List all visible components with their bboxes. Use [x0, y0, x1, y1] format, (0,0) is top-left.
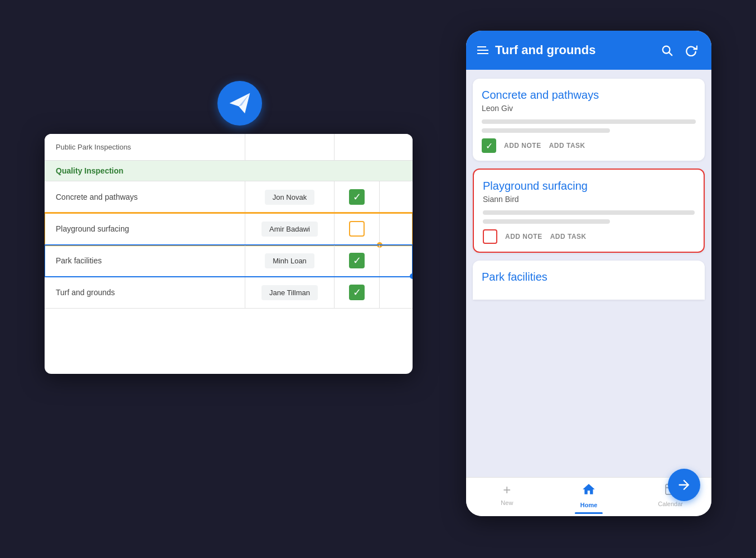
cell-row4-check[interactable]: ✓ [335, 277, 379, 308]
cell-row1-name: Concrete and pathways [45, 181, 245, 213]
cell-row3-person: Minh Loan [245, 245, 335, 276]
nav-new-icon: + [503, 482, 511, 498]
card-line-2 [482, 128, 610, 133]
nav-item-home[interactable]: Home [548, 482, 630, 514]
phone-title: Turf and grounds [495, 43, 651, 57]
card-playground-add-task[interactable]: ADD TASK [550, 233, 587, 240]
phone-content: Concrete and pathways Leon Giv ✓ ADD NOT… [466, 70, 711, 477]
card-concrete-add-task[interactable]: ADD TASK [549, 142, 585, 150]
card-concrete-add-note[interactable]: ADD NOTE [504, 142, 541, 150]
cell-row1-check[interactable]: ✓ [335, 181, 379, 213]
card-concrete: Concrete and pathways Leon Giv ✓ ADD NOT… [473, 79, 705, 161]
card-concrete-title: Concrete and pathways [482, 89, 696, 102]
spreadsheet-header: Public Park Inspections [45, 134, 413, 161]
fab-arrow-icon [676, 477, 692, 493]
col-header-check [335, 134, 379, 160]
card-line-3 [483, 210, 695, 215]
hamburger-line-2 [477, 50, 488, 51]
refresh-icon[interactable] [682, 41, 700, 59]
fab-button[interactable] [668, 469, 700, 501]
check-green-icon: ✓ [349, 189, 365, 205]
breadcrumb: Public Park Inspections [45, 134, 245, 160]
cell-row4-name: Turf and grounds [45, 277, 245, 308]
nav-item-new[interactable]: + New [466, 482, 548, 514]
nav-home-indicator [575, 512, 603, 514]
table-row: Park facilities Minh Loan ✓ [45, 245, 413, 277]
paper-plane-icon [227, 91, 252, 116]
card-park-title: Park facilities [482, 271, 696, 283]
card-concrete-actions: ✓ ADD NOTE ADD TASK [482, 138, 696, 153]
card-playground: Playground surfacing Siann Bird ADD NOTE… [473, 169, 705, 253]
table-row: Concrete and pathways Jon Novak ✓ [45, 181, 413, 213]
phone-top-bar: Turf and grounds [466, 31, 711, 70]
col-header-person [245, 134, 335, 160]
search-icon[interactable] [658, 41, 676, 59]
check-empty-icon [349, 221, 365, 237]
section-label: Quality Inspection [45, 161, 413, 181]
card-line-1 [482, 119, 696, 124]
card-playground-actions: ADD NOTE ADD TASK [483, 229, 695, 244]
nav-home-icon [581, 482, 596, 500]
card-park-partial: Park facilities [473, 261, 705, 300]
cell-row2-person: Amir Badawi [245, 213, 335, 244]
card-playground-person: Siann Bird [483, 195, 695, 204]
spreadsheet-panel: Public Park Inspections Quality Inspecti… [45, 134, 413, 374]
svg-marker-0 [230, 93, 250, 114]
card-playground-checkbox[interactable] [483, 229, 497, 244]
card-concrete-person: Leon Giv [482, 104, 696, 113]
table-row: Playground surfacing Amir Badawi [45, 213, 413, 245]
send-icon-circle [217, 81, 262, 126]
cell-row2-check[interactable] [335, 213, 379, 244]
svg-line-3 [669, 52, 672, 55]
card-line-4 [483, 219, 610, 224]
table-row: Turf and grounds Jane Tillman ✓ [45, 277, 413, 309]
card-playground-title: Playground surfacing [483, 180, 695, 193]
nav-home-label: Home [580, 502, 598, 508]
card-concrete-checkbox[interactable]: ✓ [482, 138, 496, 153]
scene: Public Park Inspections Quality Inspecti… [0, 0, 756, 558]
hamburger-icon[interactable] [477, 46, 488, 54]
nav-new-label: New [501, 499, 513, 506]
cell-row3-name: Park facilities [45, 245, 245, 276]
hamburger-line-1 [477, 46, 486, 47]
hamburger-line-3 [477, 53, 488, 54]
cell-row1-person: Jon Novak [245, 181, 335, 213]
check-green-icon: ✓ [349, 285, 365, 300]
check-green-icon: ✓ [349, 253, 365, 268]
cell-row3-check[interactable]: ✓ [335, 245, 379, 276]
card-playground-add-note[interactable]: ADD NOTE [505, 233, 542, 240]
phone-panel: Turf and grounds Concrete and pathways L… [466, 31, 711, 516]
cell-row4-person: Jane Tillman [245, 277, 335, 308]
cell-row2-name: Playground surfacing [45, 213, 245, 244]
blue-selection-handle [410, 273, 413, 279]
nav-calendar-label: Calendar [658, 501, 683, 507]
